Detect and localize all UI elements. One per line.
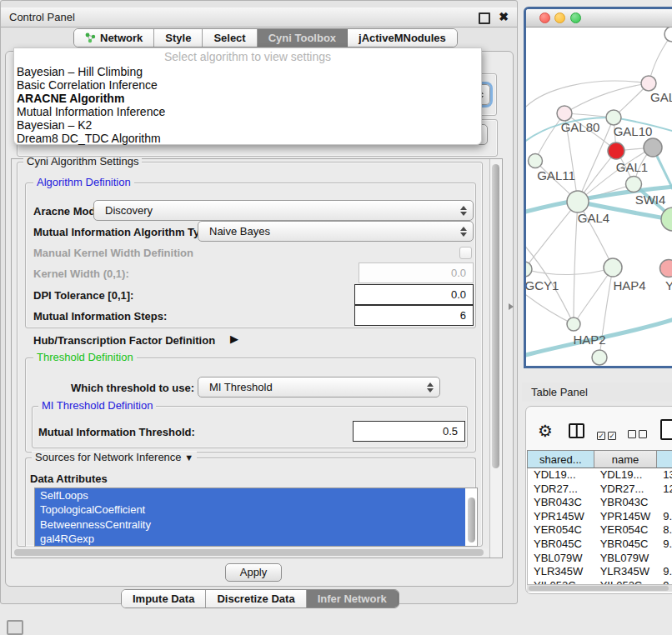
bottom-tab-infer-network[interactable]: Infer Network [307, 590, 399, 608]
algorithm-item-aracne-algorithm[interactable]: ARACNE Algorithm [14, 92, 481, 105]
node-gcy1[interactable] [526, 262, 532, 277]
column-header-a[interactable]: A [657, 451, 672, 468]
scrollbar-thumb[interactable] [492, 164, 499, 468]
node-swi4[interactable] [626, 177, 642, 192]
window-title: Control Panel [9, 11, 75, 23]
table-row[interactable]: YDR27...YDR27...12 [527, 482, 672, 497]
algorithm-item-bayesian-k2[interactable]: Bayesian – K2 [14, 118, 481, 132]
table-cell: 9. [657, 538, 672, 552]
node-gal4[interactable] [567, 191, 589, 212]
mi-threshold-field[interactable]: 0.5 [353, 421, 465, 442]
bottom-tab-impute-data[interactable]: Impute Data [122, 590, 206, 608]
data-attributes-list[interactable]: SelfLoopsTopologicalCoefficientBetweenne… [34, 488, 478, 547]
tab-label: Cyni Toolbox [268, 32, 336, 44]
bottom-tabs: Impute DataDiscretize DataInfer Network [121, 589, 399, 608]
aracne-mode-combobox[interactable]: Discovery [93, 200, 474, 221]
network-edge [526, 268, 613, 275]
table-row[interactable]: YDL19...YDL19...13 [527, 468, 672, 482]
dpi-tolerance-label: DPI Tolerance [0,1]: [33, 289, 133, 302]
node-gal[interactable] [641, 76, 656, 91]
column-header-name[interactable]: name [594, 451, 658, 468]
mi-threshold-label: Mutual Information Threshold: [38, 426, 195, 439]
algorithm-item-mutual-information-inference[interactable]: Mutual Information Inference [14, 105, 481, 118]
apply-button[interactable]: Apply [225, 563, 282, 582]
table-horizontal-scrollbar[interactable] [527, 584, 672, 592]
which-threshold-combobox[interactable]: MI Threshold [198, 377, 440, 398]
attribute-item-selfloops[interactable]: SelfLoops [35, 488, 465, 502]
node-gal10[interactable] [606, 110, 621, 125]
node-y[interactable] [660, 260, 672, 278]
network-edge [564, 83, 649, 113]
deselect-checkboxes-icon[interactable] [628, 427, 649, 442]
split-view-icon[interactable] [569, 423, 584, 438]
document-icon[interactable] [660, 419, 672, 440]
node-hap2[interactable] [567, 318, 580, 331]
tab-network[interactable]: Network [74, 29, 154, 47]
settings-horizontal-scrollbar[interactable] [12, 548, 489, 558]
minimize-traffic-light[interactable] [554, 12, 565, 23]
algorithm-item-dream8-dc-tdc-algorithm[interactable]: Dream8 DC_TDC Algorithm [14, 132, 481, 145]
table-cell: 9. [657, 565, 672, 579]
table-panel-title: Table Panel [531, 386, 588, 398]
tab-cyni-toolbox[interactable]: Cyni Toolbox [258, 29, 348, 47]
tab-label: Discretize Data [217, 592, 294, 605]
table-header-row: shared...nameA [527, 450, 672, 468]
table-row[interactable]: YER054CYER054C8. [527, 523, 672, 538]
network-window-titlebar[interactable] [526, 9, 672, 28]
float-window-icon[interactable] [479, 12, 490, 24]
mi-steps-field[interactable]: 6 [354, 305, 474, 326]
zoom-traffic-light[interactable] [570, 12, 581, 23]
settings-vertical-scrollbar[interactable] [489, 159, 502, 558]
attribute-list-scrollbar[interactable] [468, 498, 475, 542]
bottom-tab-discretize-data[interactable]: Discretize Data [206, 590, 306, 608]
close-traffic-light[interactable] [539, 12, 550, 23]
settings-gear-icon[interactable]: ⚙ [538, 422, 553, 439]
network-view-window: GALGAL80GAL10GAL1GAL11SWI4GAL4GCY1HAP4YH… [524, 7, 672, 368]
table-row[interactable]: YBR045CYBR045C9. [527, 538, 672, 552]
table-cell [657, 496, 672, 510]
node-unlabeled[interactable] [592, 350, 607, 365]
tab-label: Style [165, 32, 191, 44]
kernel-width-field[interactable]: 0.0 [359, 262, 474, 283]
mi-algorithm-type-combobox[interactable]: Naive Bayes [198, 221, 474, 242]
algorithm-item-bayesian-hill-climbing[interactable]: Bayesian – Hill Climbing [14, 65, 481, 78]
node-gal11[interactable] [529, 154, 543, 168]
node-gal80[interactable] [557, 106, 572, 121]
tab-style[interactable]: Style [154, 29, 203, 47]
combo-spinner-icon [457, 227, 469, 237]
panel-divider-handle[interactable] [509, 303, 514, 310]
table-panel-titlebar[interactable]: Table Panel [522, 382, 672, 402]
network-canvas[interactable]: GALGAL80GAL10GAL1GAL11SWI4GAL4GCY1HAP4YH… [526, 28, 672, 367]
collapse-down-arrow-icon[interactable]: ▼ [184, 452, 193, 462]
close-window-icon[interactable]: ✖ [499, 10, 509, 23]
node-unlabeled[interactable] [644, 138, 662, 157]
algorithm-item-basic-correlation-inference[interactable]: Basic Correlation Inference [14, 78, 481, 92]
table-cell: 9. [657, 510, 672, 524]
tab-jactivemnodules[interactable]: jActiveMNodules [348, 29, 457, 47]
table-row[interactable]: YPR145WYPR145W9. [527, 510, 672, 524]
attribute-item-topologicalcoefficient[interactable]: TopologicalCoefficient [35, 502, 465, 517]
table-row[interactable]: YLR345WYLR345W9. [527, 565, 672, 579]
table-row[interactable]: YBL079WYBL079W [527, 552, 672, 566]
manual-kernel-checkbox[interactable] [459, 247, 472, 259]
node-gal1[interactable] [608, 142, 624, 159]
table-cell: 12 [657, 482, 672, 497]
node-unlabeled[interactable] [664, 28, 672, 42]
node-label: SWI4 [635, 192, 666, 207]
scrollbar-thumb[interactable] [14, 549, 484, 556]
node-label: GAL1 [616, 160, 648, 174]
select-all-checkboxes-icon[interactable]: ✓✓ [597, 427, 619, 442]
attribute-item-betweennesscentrality[interactable]: BetweennessCentrality [35, 518, 465, 532]
collapsed-panel-button[interactable] [7, 620, 23, 635]
table-row[interactable]: YBR043CYBR043C [527, 496, 672, 510]
column-header-shared[interactable]: shared... [528, 451, 594, 468]
scrollbar-thumb[interactable] [529, 586, 669, 591]
control-panel-titlebar[interactable]: Control Panel ✖ [1, 8, 517, 28]
table-cell: YPR145W [594, 510, 658, 524]
attribute-item-gal4rgexp[interactable]: gal4RGexp [35, 532, 465, 546]
node-label: GCY1 [526, 278, 559, 292]
dpi-tolerance-field[interactable]: 0.0 [354, 284, 474, 305]
tab-select[interactable]: Select [203, 29, 257, 47]
node-hap4[interactable] [604, 258, 622, 277]
expand-right-arrow-icon[interactable]: ▶ [230, 332, 238, 345]
